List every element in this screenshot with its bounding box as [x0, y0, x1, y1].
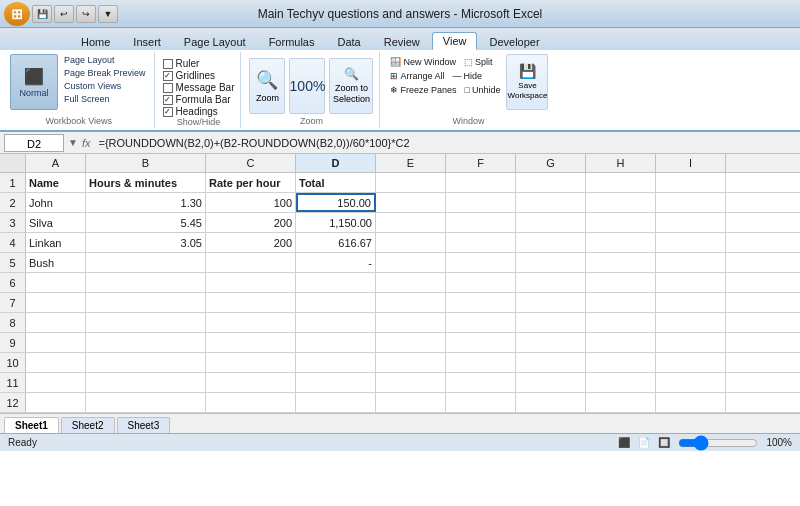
cell[interactable] [26, 293, 86, 312]
cell[interactable] [296, 313, 376, 332]
cell[interactable] [586, 293, 656, 312]
cell[interactable] [446, 213, 516, 232]
sheet-tab[interactable]: Sheet3 [117, 417, 171, 433]
cell[interactable]: 200 [206, 213, 296, 232]
tab-review[interactable]: Review [373, 33, 431, 50]
formula-bar-checkbox-row[interactable]: Formula Bar [163, 94, 235, 105]
col-header-b[interactable]: B [86, 154, 206, 172]
cell[interactable] [516, 373, 586, 392]
cell[interactable] [446, 273, 516, 292]
cell-reference-box[interactable]: D2 [4, 134, 64, 152]
cell[interactable] [26, 353, 86, 372]
cell[interactable] [446, 333, 516, 352]
cell[interactable] [516, 393, 586, 412]
tab-formulas[interactable]: Formulas [258, 33, 326, 50]
cell[interactable] [26, 313, 86, 332]
cell[interactable] [446, 353, 516, 372]
customize-btn[interactable]: ▼ [98, 5, 118, 23]
zoom-100-button[interactable]: 100% [289, 58, 325, 114]
cell[interactable] [296, 273, 376, 292]
cell[interactable] [376, 193, 446, 212]
cell[interactable] [296, 353, 376, 372]
cell[interactable] [516, 253, 586, 272]
headings-checkbox[interactable] [163, 107, 173, 117]
cell[interactable] [656, 353, 726, 372]
cell[interactable]: John [26, 193, 86, 212]
row-header[interactable]: 1 [0, 173, 26, 192]
cell[interactable] [656, 173, 726, 192]
cell[interactable]: 1.30 [86, 193, 206, 212]
cell[interactable] [586, 333, 656, 352]
cell[interactable] [86, 293, 206, 312]
cell[interactable] [26, 333, 86, 352]
cell[interactable] [586, 233, 656, 252]
freeze-panes-button[interactable]: ❄ Freeze Panes [388, 84, 458, 96]
view-page-layout-icon[interactable]: 📄 [638, 437, 650, 448]
cell[interactable] [516, 353, 586, 372]
view-page-break-icon[interactable]: 🔲 [658, 437, 670, 448]
cell[interactable] [296, 333, 376, 352]
row-header[interactable]: 12 [0, 393, 26, 412]
redo-btn[interactable]: ↪ [76, 5, 96, 23]
cell[interactable] [446, 253, 516, 272]
cell[interactable] [656, 333, 726, 352]
normal-view-button[interactable]: ⬛ Normal [10, 54, 58, 110]
unhide-button[interactable]: □ Unhide [463, 84, 503, 96]
tab-developer[interactable]: Developer [478, 33, 550, 50]
row-header[interactable]: 11 [0, 373, 26, 392]
office-button[interactable]: ⊞ [4, 2, 30, 26]
row-header[interactable]: 7 [0, 293, 26, 312]
cell[interactable] [376, 233, 446, 252]
split-button[interactable]: ⬚ Split [462, 56, 495, 68]
cell[interactable] [446, 293, 516, 312]
cell[interactable] [376, 353, 446, 372]
cell[interactable] [376, 213, 446, 232]
formula-bar-checkbox[interactable] [163, 95, 173, 105]
cell[interactable] [516, 273, 586, 292]
cell[interactable] [586, 253, 656, 272]
cell[interactable]: Bush [26, 253, 86, 272]
row-header[interactable]: 3 [0, 213, 26, 232]
col-header-e[interactable]: E [376, 154, 446, 172]
zoom-button[interactable]: 🔍 Zoom [249, 58, 285, 114]
cell[interactable]: 200 [206, 233, 296, 252]
formula-expand-icon[interactable]: ▼ [68, 137, 78, 148]
formula-input[interactable] [94, 134, 796, 152]
custom-views-button[interactable]: Custom Views [62, 80, 148, 92]
cell[interactable] [206, 273, 296, 292]
cell[interactable]: Name [26, 173, 86, 192]
col-header-c[interactable]: C [206, 154, 296, 172]
cell[interactable] [516, 173, 586, 192]
tab-data[interactable]: Data [326, 33, 371, 50]
cell[interactable] [586, 313, 656, 332]
row-header[interactable]: 6 [0, 273, 26, 292]
ruler-checkbox-row[interactable]: Ruler [163, 58, 235, 69]
cell[interactable] [86, 373, 206, 392]
cell[interactable] [516, 293, 586, 312]
cell[interactable] [656, 293, 726, 312]
cell[interactable] [586, 193, 656, 212]
cell[interactable] [586, 173, 656, 192]
cell[interactable] [86, 253, 206, 272]
page-break-button[interactable]: Page Break Preview [62, 67, 148, 79]
col-header-f[interactable]: F [446, 154, 516, 172]
zoom-to-selection-button[interactable]: 🔍 Zoom toSelection [329, 58, 373, 114]
cell[interactable]: 3.05 [86, 233, 206, 252]
hide-button[interactable]: — Hide [451, 70, 485, 82]
cell[interactable] [86, 393, 206, 412]
cell[interactable] [296, 293, 376, 312]
cell[interactable] [656, 373, 726, 392]
cell[interactable] [516, 333, 586, 352]
cell[interactable] [656, 393, 726, 412]
tab-page-layout[interactable]: Page Layout [173, 33, 257, 50]
cell[interactable] [296, 373, 376, 392]
cell[interactable] [206, 333, 296, 352]
cell[interactable] [206, 373, 296, 392]
col-header-a[interactable]: A [26, 154, 86, 172]
sheet-tab[interactable]: Sheet1 [4, 417, 59, 433]
full-screen-button[interactable]: Full Screen [62, 93, 148, 105]
save-workspace-button[interactable]: 💾 Save Workspace [506, 54, 548, 110]
gridlines-checkbox[interactable] [163, 71, 173, 81]
cell[interactable] [656, 253, 726, 272]
cell[interactable]: 616.67 [296, 233, 376, 252]
